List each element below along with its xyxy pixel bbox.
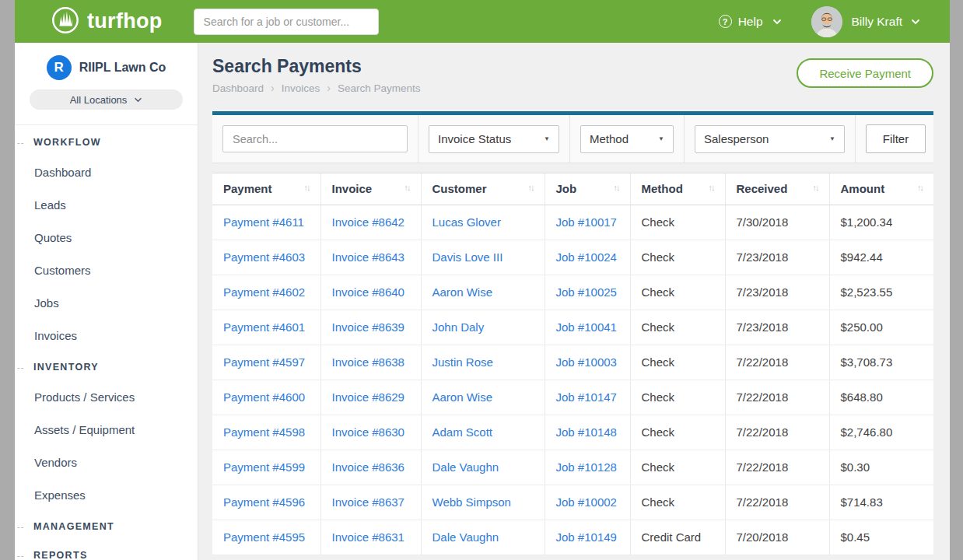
cell-method: Check bbox=[630, 485, 725, 520]
column-header-payment[interactable]: ↑↓Payment bbox=[212, 173, 320, 205]
invoice-link[interactable]: Invoice #8629 bbox=[332, 390, 404, 404]
job-link[interactable]: Job #10025 bbox=[556, 285, 617, 299]
sort-arrows-icon: ↑↓ bbox=[528, 183, 534, 192]
customer-link[interactable]: Davis Love III bbox=[432, 250, 503, 264]
sidebar-item-quotes[interactable]: Quotes bbox=[34, 222, 198, 254]
table-row: Payment #4595Invoice #8631Dale VaughnJob… bbox=[212, 520, 933, 555]
breadcrumb-item-invoices[interactable]: Invoices bbox=[282, 82, 320, 94]
payment-link[interactable]: Payment #4611 bbox=[223, 215, 304, 229]
chevron-down-icon bbox=[911, 19, 920, 25]
filter-button[interactable]: Filter bbox=[866, 124, 926, 153]
customer-link[interactable]: John Daly bbox=[432, 320, 485, 334]
payment-link[interactable]: Payment #4597 bbox=[223, 355, 305, 369]
payment-link[interactable]: Payment #4602 bbox=[223, 285, 305, 299]
invoice-link[interactable]: Invoice #8638 bbox=[332, 355, 404, 369]
column-header-customer[interactable]: ↑↓Customer bbox=[421, 173, 545, 205]
table-search-input[interactable] bbox=[222, 125, 408, 152]
invoice-link[interactable]: Invoice #8636 bbox=[332, 460, 404, 474]
user-menu[interactable]: Billy Kraft bbox=[852, 15, 920, 29]
breadcrumb-separator-icon: › bbox=[271, 82, 275, 94]
cell-customer: Webb Simpson bbox=[421, 485, 545, 520]
invoice-link[interactable]: Invoice #8639 bbox=[332, 320, 404, 334]
cell-invoice: Invoice #8638 bbox=[320, 345, 421, 380]
sidebar-item-vendors[interactable]: Vendors bbox=[34, 446, 198, 479]
section-dash-icon: -- bbox=[17, 521, 24, 533]
all-locations-dropdown[interactable]: All Locations bbox=[30, 89, 183, 110]
customer-link[interactable]: Dale Vaughn bbox=[432, 530, 499, 544]
payment-link[interactable]: Payment #4595 bbox=[223, 530, 305, 544]
job-link[interactable]: Job #10147 bbox=[556, 390, 617, 404]
salesperson-select[interactable]: Salesperson ▼ bbox=[695, 125, 845, 153]
payment-link[interactable]: Payment #4598 bbox=[223, 425, 305, 439]
job-link[interactable]: Job #10041 bbox=[556, 320, 617, 334]
global-search-input[interactable] bbox=[194, 9, 379, 35]
customer-link[interactable]: Aaron Wise bbox=[432, 390, 493, 404]
breadcrumb-item-dashboard[interactable]: Dashboard bbox=[212, 82, 264, 94]
payment-link[interactable]: Payment #4600 bbox=[223, 390, 305, 404]
payment-link[interactable]: Payment #4601 bbox=[223, 320, 305, 334]
column-header-job[interactable]: ↑↓Job bbox=[545, 173, 630, 205]
sidebar-item-customers[interactable]: Customers bbox=[34, 254, 198, 287]
customer-link[interactable]: Webb Simpson bbox=[432, 495, 511, 509]
invoice-link[interactable]: Invoice #8642 bbox=[332, 215, 404, 229]
cell-method: Check bbox=[630, 240, 725, 275]
sidebar-item-invoices[interactable]: Invoices bbox=[34, 320, 198, 352]
sidebar-item-dashboard[interactable]: Dashboard bbox=[34, 156, 198, 189]
customer-link[interactable]: Justin Rose bbox=[432, 355, 493, 369]
job-link[interactable]: Job #10024 bbox=[556, 250, 617, 264]
cell-job: Job #10017 bbox=[545, 205, 630, 240]
job-link[interactable]: Job #10149 bbox=[556, 530, 617, 544]
invoice-link[interactable]: Invoice #8630 bbox=[332, 425, 404, 439]
invoice-link[interactable]: Invoice #8631 bbox=[332, 530, 404, 544]
invoice-link[interactable]: Invoice #8640 bbox=[332, 285, 404, 299]
sidebar-section-label: MANAGEMENT bbox=[33, 521, 114, 532]
payment-link[interactable]: Payment #4596 bbox=[223, 495, 305, 509]
job-link[interactable]: Job #10017 bbox=[556, 215, 617, 229]
cell-payment: Payment #4603 bbox=[212, 240, 320, 275]
cell-customer: Adam Scott bbox=[421, 415, 545, 450]
method-select[interactable]: Method ▼ bbox=[580, 125, 674, 153]
top-navbar: turfhop ? Help bbox=[15, 0, 950, 43]
job-link[interactable]: Job #10128 bbox=[556, 460, 617, 474]
invoice-status-select[interactable]: Invoice Status ▼ bbox=[429, 125, 559, 153]
sidebar-item-assets-equipment[interactable]: Assets / Equipment bbox=[34, 414, 198, 446]
help-menu[interactable]: ? Help bbox=[719, 15, 782, 29]
receive-payment-button[interactable]: Receive Payment bbox=[797, 58, 933, 88]
filter-cell-salesperson: Salesperson ▼ bbox=[685, 115, 856, 163]
sidebar-item-products-services[interactable]: Products / Services bbox=[34, 381, 198, 414]
sidebar-section-label: WORKFLOW bbox=[33, 137, 101, 148]
job-link[interactable]: Job #10002 bbox=[556, 495, 617, 509]
payment-link[interactable]: Payment #4599 bbox=[223, 460, 305, 474]
sidebar-item-jobs[interactable]: Jobs bbox=[34, 287, 198, 320]
filter-cell-method: Method ▼ bbox=[570, 115, 685, 163]
customer-link[interactable]: Adam Scott bbox=[432, 425, 493, 439]
breadcrumb-separator-icon: › bbox=[327, 82, 331, 94]
method-text: Check bbox=[642, 215, 675, 229]
customer-link[interactable]: Aaron Wise bbox=[432, 285, 493, 299]
method-value: Method bbox=[590, 132, 629, 145]
job-link[interactable]: Job #10148 bbox=[556, 425, 617, 439]
customer-link[interactable]: Lucas Glover bbox=[432, 215, 501, 229]
column-header-invoice[interactable]: ↑↓Invoice bbox=[320, 173, 421, 205]
job-link[interactable]: Job #10003 bbox=[556, 355, 617, 369]
invoice-status-value: Invoice Status bbox=[438, 132, 511, 145]
cell-payment: Payment #4600 bbox=[212, 380, 320, 415]
payment-link[interactable]: Payment #4603 bbox=[223, 250, 305, 264]
sort-arrows-icon: ↑↓ bbox=[304, 183, 310, 192]
sidebar-item-expenses[interactable]: Expenses bbox=[34, 479, 198, 512]
invoice-link[interactable]: Invoice #8643 bbox=[332, 250, 404, 264]
column-header-amount[interactable]: ↑↓Amount bbox=[829, 173, 933, 205]
amount-text: $2,746.80 bbox=[841, 425, 893, 439]
amount-text: $942.44 bbox=[841, 250, 883, 264]
column-label: Customer bbox=[432, 182, 487, 195]
breadcrumb-item-search-payments: Search Payments bbox=[338, 82, 421, 94]
column-header-method[interactable]: ↑↓Method bbox=[630, 173, 725, 205]
salesperson-value: Salesperson bbox=[704, 132, 769, 145]
cell-amount: $0.45 bbox=[829, 520, 933, 555]
brand-logo[interactable]: turfhop bbox=[51, 5, 163, 38]
customer-link[interactable]: Dale Vaughn bbox=[432, 460, 499, 474]
invoice-link[interactable]: Invoice #8637 bbox=[332, 495, 404, 509]
sidebar-item-leads[interactable]: Leads bbox=[34, 189, 198, 222]
user-avatar[interactable] bbox=[811, 6, 842, 37]
column-header-received[interactable]: ↑↓Received bbox=[725, 173, 829, 205]
